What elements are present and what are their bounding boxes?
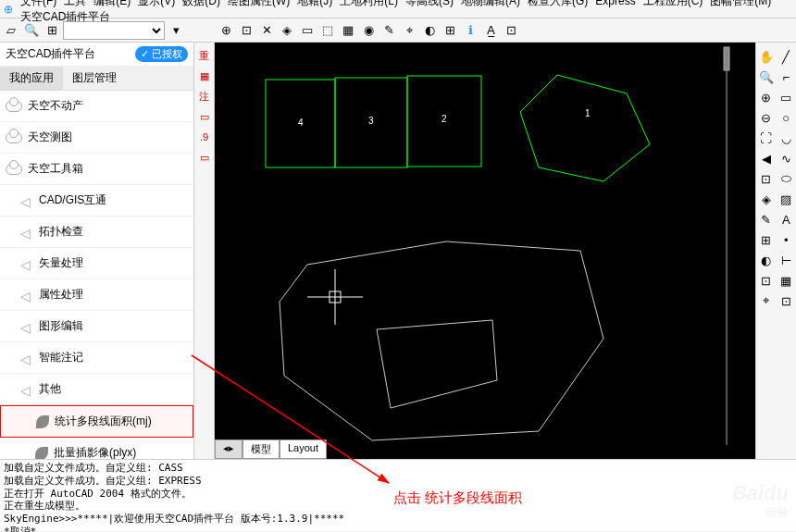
tool-i-icon[interactable]: ✎	[379, 21, 398, 40]
rtool-polyline-icon[interactable]: ⌐	[777, 67, 797, 87]
svg-marker-5	[377, 320, 497, 408]
sidebar: 天空CAD插件平台 ✓ 已授权 我的应用 图层管理 天空不动产天空测图天空工具箱…	[0, 43, 194, 459]
menu-item-4[interactable]: 数据(D)	[182, 0, 220, 7]
rtool-h-icon[interactable]: ⊡	[777, 291, 797, 311]
model-tab-model[interactable]: 模型	[243, 439, 280, 459]
tool-l-icon[interactable]: ⊞	[441, 21, 459, 40]
rtool-line-icon[interactable]: ╱	[777, 46, 797, 67]
tool-c-icon[interactable]: ✕	[257, 21, 276, 40]
shape-label-3: 3	[368, 116, 374, 126]
rtool-hatch-icon[interactable]: ▨	[777, 189, 797, 209]
menu-item-13[interactable]: 图幅管理(M)	[710, 0, 771, 7]
tool-h-icon[interactable]: ◉	[359, 21, 378, 40]
menu-item-11[interactable]: Express	[595, 0, 635, 7]
tool-new-icon[interactable]: ▱	[2, 21, 20, 40]
rtool-e-icon[interactable]: ◐	[756, 250, 777, 270]
tool-a-icon[interactable]: ⊕	[217, 21, 235, 40]
tool-k-icon[interactable]: ◐	[420, 21, 439, 40]
tool-f-icon[interactable]: ⬚	[318, 21, 337, 40]
rtool-ellipse-icon[interactable]: ⬭	[777, 168, 797, 189]
tree-item[interactable]: 拓扑检查	[0, 217, 193, 248]
model-tab-layout[interactable]: Layout	[280, 439, 327, 459]
rtool-arc-icon[interactable]: ◡	[777, 128, 797, 148]
tool-chevron-icon[interactable]: ▾	[167, 21, 185, 40]
rtool-circle-icon[interactable]: ○	[777, 107, 797, 128]
menu-item-12[interactable]: 工程应用(C)	[643, 0, 703, 7]
plane-icon	[20, 226, 33, 239]
tree-item[interactable]: CAD/GIS互通	[0, 185, 193, 217]
auth-badge: ✓ 已授权	[135, 46, 188, 62]
tool-j-icon[interactable]: ⌖	[400, 21, 418, 40]
tool-d-icon[interactable]: ◈	[278, 21, 296, 40]
menu-item-5[interactable]: 绘图属性(W)	[228, 0, 290, 7]
menu-item-8[interactable]: 等高线(S)	[405, 0, 454, 7]
rtool-text-icon[interactable]: A	[777, 209, 797, 229]
tree-item[interactable]: 智能注记	[0, 342, 193, 374]
cloud-icon	[6, 164, 22, 175]
rtool-zoomin-icon[interactable]: ⊕	[756, 87, 777, 107]
tree-item[interactable]: 属性处理	[0, 279, 193, 311]
tool-b-icon[interactable]: ⊡	[237, 21, 255, 40]
menu-item-10[interactable]: 检查入库(G)	[528, 0, 588, 7]
rtool-c-icon[interactable]: ✎	[756, 209, 777, 229]
plane-icon	[20, 257, 33, 270]
vtool-4[interactable]: .9	[194, 128, 214, 146]
tree-item[interactable]: 图形编辑	[0, 311, 193, 342]
tool-search-icon[interactable]: 🔍	[22, 21, 41, 40]
rtool-pan-icon[interactable]: ✋	[756, 46, 777, 67]
tool-e-icon[interactable]: ▭	[298, 21, 317, 40]
vtool-2[interactable]: 注	[194, 87, 214, 105]
rtool-rect-icon[interactable]: ▭	[777, 87, 797, 107]
vtool-0[interactable]: 重	[194, 46, 214, 65]
tree-item-label: 智能注记	[39, 350, 83, 365]
rtool-f-icon[interactable]: ⊡	[756, 270, 777, 291]
menu-item-6[interactable]: 地籍(J)	[297, 0, 332, 7]
rtool-point-icon[interactable]: •	[777, 229, 797, 250]
tab-my-apps[interactable]: 我的应用	[0, 67, 63, 90]
rtool-spline-icon[interactable]: ∿	[777, 148, 797, 168]
sidebar-title: 天空CAD插件平台	[6, 46, 95, 62]
tree-item[interactable]: 其他	[0, 374, 193, 405]
tree-item[interactable]: 天空工具箱	[0, 154, 193, 185]
tree-item[interactable]: 天空不动产	[0, 91, 193, 122]
tool-m-icon[interactable]: ℹ	[461, 21, 479, 40]
model-tabs: ◂▸ 模型 Layout	[215, 439, 327, 459]
tree-item[interactable]: 矢量处理	[0, 248, 193, 279]
rtool-b-icon[interactable]: ◈	[756, 189, 777, 209]
menu-item-1[interactable]: 工具	[64, 0, 86, 7]
menu-item-3[interactable]: 显示(V)	[138, 0, 175, 7]
tool-o-icon[interactable]: ⊡	[502, 21, 520, 40]
rtool-extent-icon[interactable]: ⛶	[756, 128, 777, 148]
plane-icon	[20, 320, 33, 333]
tree-item-label: 矢量处理	[39, 255, 83, 271]
tool-g-icon[interactable]: ▦	[339, 21, 357, 40]
rtool-d-icon[interactable]: ⊞	[756, 229, 777, 250]
tool-grid-icon[interactable]: ⊞	[43, 21, 61, 40]
menu-item-9[interactable]: 地物编辑(A)	[461, 0, 520, 7]
rtool-block-icon[interactable]: ▦	[777, 270, 797, 291]
rtool-a-icon[interactable]: ⊡	[756, 168, 777, 189]
model-tab-nav[interactable]: ◂▸	[215, 439, 243, 459]
menu-item-7[interactable]: 土地利用(L)	[340, 0, 398, 7]
cloud-icon	[6, 132, 22, 143]
menu-item-2[interactable]: 编辑(E)	[93, 0, 131, 7]
vtool-5[interactable]: ▭	[194, 148, 214, 167]
vtool-3[interactable]: ▭	[194, 107, 214, 126]
drawing-canvas[interactable]: 4 3 2 1 ◂▸ 模型 Layout	[215, 43, 755, 459]
command-console[interactable]: 加载自定义文件成功。自定义组: CASS 加载自定义文件成功。自定义组: EXP…	[0, 459, 796, 531]
rtool-zoom-icon[interactable]: 🔍	[756, 67, 777, 87]
rtool-dim-icon[interactable]: ⊢	[777, 250, 797, 270]
menu-item-0[interactable]: 文件(F)	[20, 0, 56, 7]
tree-item[interactable]: 统计多段线面积(mj)	[0, 405, 193, 438]
rtool-zoomout-icon[interactable]: ⊖	[756, 107, 777, 128]
layer-dropdown[interactable]	[63, 21, 165, 40]
tool-n-icon[interactable]: A̲	[481, 21, 500, 40]
vtool-1[interactable]: ▦	[194, 67, 214, 85]
tab-layers[interactable]: 图层管理	[63, 67, 126, 90]
tree-item[interactable]: 批量插影像(plyx)	[0, 438, 193, 459]
leaf-icon	[36, 415, 49, 428]
rtool-g-icon[interactable]: ⌖	[756, 291, 777, 311]
tree-item[interactable]: 天空测图	[0, 122, 193, 154]
rtool-prev-icon[interactable]: ◀	[756, 148, 777, 168]
left-vertical-toolbar: 重▦注▭.9▭	[194, 43, 215, 459]
